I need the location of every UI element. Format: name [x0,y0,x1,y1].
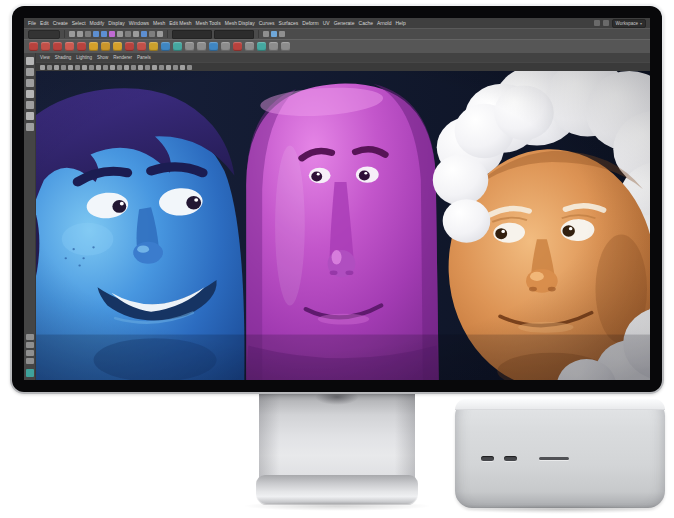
history-icon[interactable] [603,20,609,26]
viewport-toolbar-icon[interactable] [187,65,192,70]
panel-menu-item[interactable]: Show [97,53,108,62]
shelf-icon[interactable] [281,42,290,51]
tool-icon[interactable] [26,123,34,131]
layout-icon[interactable] [26,334,34,340]
menu-item[interactable]: Arnold [377,18,391,28]
panel-menu-item[interactable]: Lighting [76,53,92,62]
shelf-icon[interactable] [233,42,242,51]
menu-item[interactable]: Cache [359,18,373,28]
shelf-icon[interactable] [29,42,38,51]
layout-icon[interactable] [26,350,34,356]
panel-menu-item[interactable]: Shading [55,53,72,62]
viewport-toolbar-icon[interactable] [75,65,80,70]
viewport-toolbar-icon[interactable] [117,65,122,70]
status-icon[interactable] [85,31,91,37]
status-icon[interactable] [141,31,147,37]
selection-field[interactable] [172,30,212,39]
menu-item[interactable]: Mesh [153,18,165,28]
menu-item[interactable]: Create [53,18,68,28]
tool-icon[interactable] [26,68,34,76]
scene-selector-dropdown[interactable] [28,30,60,39]
render-icon[interactable] [263,31,269,37]
tool-icon[interactable] [26,57,34,65]
status-icon[interactable] [69,31,75,37]
viewport-toolbar-icon[interactable] [47,65,52,70]
menu-item[interactable]: Windows [129,18,149,28]
snapshot-icon[interactable] [594,20,600,26]
viewport-toolbar-icon[interactable] [96,65,101,70]
shelf-icon[interactable] [185,42,194,51]
shelf-icon[interactable] [257,42,266,51]
panel-menu-item[interactable]: View [40,53,50,62]
menu-item[interactable]: Mesh Tools [196,18,221,28]
layout-icon[interactable] [26,342,34,348]
shelf-icon[interactable] [197,42,206,51]
status-icon[interactable] [109,31,115,37]
shelf-icon[interactable] [173,42,182,51]
shelf-icon[interactable] [89,42,98,51]
viewport-toolbar-icon[interactable] [180,65,185,70]
viewport-render-area[interactable] [36,71,650,380]
viewport-toolbar-icon[interactable] [159,65,164,70]
menu-item[interactable]: Edit [40,18,49,28]
ipr-render-icon[interactable] [271,31,277,37]
menu-item[interactable]: File [28,18,36,28]
menu-item[interactable]: Modify [90,18,105,28]
viewport-toolbar-icon[interactable] [124,65,129,70]
menu-item[interactable]: Deform [302,18,318,28]
layout-icon[interactable] [26,358,34,364]
menu-item[interactable]: Edit Mesh [169,18,191,28]
menu-item[interactable]: Select [72,18,86,28]
viewport-toolbar-icon[interactable] [138,65,143,70]
menu-item[interactable]: Display [108,18,124,28]
shelf-icon[interactable] [209,42,218,51]
tool-icon[interactable] [26,79,34,87]
menu-item[interactable]: Surfaces [279,18,299,28]
viewport-toolbar-icon[interactable] [131,65,136,70]
status-icon[interactable] [149,31,155,37]
menu-item[interactable]: Curves [259,18,275,28]
shelf-icon[interactable] [101,42,110,51]
viewport-toolbar-icon[interactable] [145,65,150,70]
status-icon[interactable] [117,31,123,37]
shelf-icon[interactable] [65,42,74,51]
viewport-toolbar-icon[interactable] [166,65,171,70]
tool-icon[interactable] [26,90,34,98]
viewport-toolbar-icon[interactable] [54,65,59,70]
viewport-toolbar-icon[interactable] [110,65,115,70]
status-icon[interactable] [133,31,139,37]
panel-menu-item[interactable]: Renderer [113,53,132,62]
menu-item[interactable]: UV [323,18,330,28]
shelf-icon[interactable] [161,42,170,51]
viewport-toolbar-icon[interactable] [152,65,157,70]
shelf-icon[interactable] [41,42,50,51]
render-settings-icon[interactable] [279,31,285,37]
shelf-icon[interactable] [149,42,158,51]
status-icon[interactable] [101,31,107,37]
viewport-toolbar-icon[interactable] [103,65,108,70]
status-icon[interactable] [77,31,83,37]
status-icon[interactable] [157,31,163,37]
symmetry-field[interactable] [214,30,254,39]
shelf-icon[interactable] [125,42,134,51]
shelf-icon[interactable] [269,42,278,51]
shelf-icon[interactable] [77,42,86,51]
tool-icon[interactable] [26,112,34,120]
shelf-icon[interactable] [221,42,230,51]
shelf-icon[interactable] [137,42,146,51]
viewport-toolbar-icon[interactable] [61,65,66,70]
status-icon[interactable] [125,31,131,37]
viewport-toolbar-icon[interactable] [68,65,73,70]
shelf-icon[interactable] [53,42,62,51]
workspace-selector[interactable]: Workspace ▾ [612,19,646,28]
viewport-toolbar-icon[interactable] [82,65,87,70]
status-icon[interactable] [93,31,99,37]
viewport-toolbar-icon[interactable] [173,65,178,70]
shelf-icon[interactable] [245,42,254,51]
panel-menu-item[interactable]: Panels [137,53,151,62]
viewport-toolbar-icon[interactable] [40,65,45,70]
shelf-icon[interactable] [113,42,122,51]
menu-item[interactable]: Generate [334,18,355,28]
modeling-toolkit-icon[interactable] [26,369,34,377]
viewport-toolbar-icon[interactable] [89,65,94,70]
